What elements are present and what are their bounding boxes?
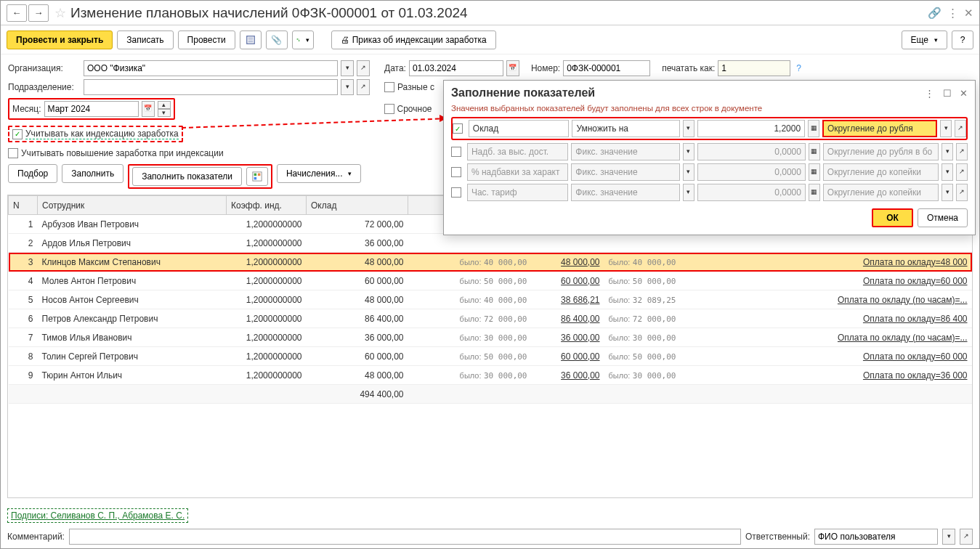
table-row[interactable]: 7Тимов Илья Иванович1,200000000036 000,0… <box>9 328 972 347</box>
round-dropdown: ▾ <box>941 184 953 201</box>
popup-metric-row: Час. тарифФикс. значение▾0,0000▦Округлен… <box>451 182 968 203</box>
write-button[interactable]: Записать <box>117 30 173 49</box>
org-open[interactable]: ↗ <box>357 60 370 76</box>
workflow-icon-button[interactable] <box>292 30 314 49</box>
metric-name: Оклад <box>469 120 570 137</box>
comment-input[interactable] <box>69 529 741 545</box>
diff-label: Разные с <box>397 82 434 92</box>
dept-open[interactable]: ↗ <box>357 79 370 95</box>
urgent-checkbox[interactable] <box>384 104 394 114</box>
popup-maximize-icon[interactable]: ☐ <box>943 88 952 99</box>
popup-metric-row: Надб. за выс. дост.Фикс. значение▾0,0000… <box>451 142 968 162</box>
back-button[interactable]: ← <box>7 4 27 22</box>
round-dropdown[interactable]: ▾ <box>940 120 952 137</box>
metric-checkbox[interactable]: ✓ <box>453 123 463 134</box>
dept-dropdown[interactable]: ▾ <box>341 79 354 95</box>
post-button[interactable]: Провести <box>178 30 235 49</box>
resp-input[interactable] <box>814 529 938 545</box>
metric-checkbox[interactable] <box>451 147 461 157</box>
link-icon[interactable]: 🔗 <box>928 7 941 20</box>
popup-cancel-button[interactable]: Отмена <box>918 208 968 227</box>
diff-checkbox[interactable] <box>384 82 394 92</box>
attach-icon-button[interactable]: 📎 <box>266 30 288 49</box>
metric-name: Надб. за выс. дост. <box>467 143 568 160</box>
round-open: ↗ <box>956 163 968 181</box>
index-check-label[interactable]: Учитывать как индексацию заработка <box>25 129 179 139</box>
svg-rect-5 <box>299 40 300 41</box>
date-input[interactable] <box>409 60 503 76</box>
report-icon-button[interactable] <box>240 30 262 49</box>
col-salary[interactable]: Оклад <box>307 196 408 215</box>
metric-checkbox[interactable] <box>451 187 461 198</box>
popup-menu-icon[interactable]: ⋮ <box>925 88 934 99</box>
pick-button[interactable]: Подбор <box>8 164 57 183</box>
org-label: Организация: <box>8 63 81 73</box>
resp-dropdown[interactable]: ▾ <box>942 529 955 545</box>
metric-value[interactable]: 1,2000 <box>697 120 805 137</box>
date-calendar[interactable]: 📅 <box>506 60 519 76</box>
metric-value: 0,0000 <box>697 143 806 160</box>
forward-button[interactable]: → <box>28 4 49 22</box>
fill-metrics-button[interactable]: Заполнить показатели <box>132 167 242 186</box>
month-calendar[interactable]: 📅 <box>142 101 155 117</box>
org-input[interactable] <box>84 60 338 76</box>
metric-round[interactable]: Округление до рубля <box>822 120 937 137</box>
action-dropdown[interactable]: ▾ <box>683 120 694 137</box>
col-coef[interactable]: Коэфф. инд. <box>227 196 307 215</box>
table-row[interactable]: 3Клинцов Максим Степанович1,200000000048… <box>9 253 972 272</box>
round-open: ↗ <box>956 143 968 160</box>
number-label: Номер: <box>531 63 560 73</box>
table-row[interactable]: 5Носов Антон Сергеевич1,200000000048 000… <box>9 290 972 309</box>
raise-check-label: Учитывать повышение заработка при индекс… <box>21 148 224 158</box>
index-checkbox[interactable]: ✓ <box>12 129 23 139</box>
value-calc: ▦ <box>809 184 820 201</box>
metric-round: Округление до копейки <box>823 163 939 181</box>
titlebar: ← → ☆ Изменение плановых начислений 0ФЗК… <box>1 1 979 25</box>
col-emp[interactable]: Сотрудник <box>38 196 227 215</box>
popup-metric-row: % надбавки за характФикс. значение▾0,000… <box>451 162 968 182</box>
print-input[interactable] <box>718 60 790 76</box>
month-input[interactable] <box>44 101 139 117</box>
order-button[interactable]: 🖨 Приказ об индексации заработка <box>331 30 496 49</box>
help-button[interactable]: ? <box>952 30 973 49</box>
col-n[interactable]: N <box>9 196 38 215</box>
more-button[interactable]: Еще <box>902 30 947 49</box>
value-calc: ▦ <box>809 163 820 181</box>
action-dropdown: ▾ <box>683 163 694 181</box>
number-input[interactable] <box>563 60 650 76</box>
round-dropdown: ▾ <box>941 163 953 181</box>
total-cell: 494 400,00 <box>307 385 408 404</box>
metric-round: Округление до копейки <box>823 184 939 201</box>
metric-value: 0,0000 <box>697 163 806 181</box>
month-up[interactable]: ▴ <box>158 101 171 109</box>
value-calc[interactable]: ▦ <box>808 120 819 137</box>
metric-action[interactable]: Умножить на <box>572 120 679 137</box>
menu-icon[interactable]: ⋮ <box>947 7 958 20</box>
round-open[interactable]: ↗ <box>955 120 966 137</box>
resp-open[interactable]: ↗ <box>960 529 973 545</box>
popup-ok-button[interactable]: ОК <box>872 208 913 227</box>
favorite-icon[interactable]: ☆ <box>54 5 66 21</box>
metric-round: Округление до рубля в бо <box>823 143 939 160</box>
fill-button[interactable]: Заполнить <box>62 164 123 183</box>
accruals-button[interactable]: Начисления... <box>277 164 362 183</box>
table-row[interactable]: 4Молев Антон Петрович1,200000000060 000,… <box>9 272 972 290</box>
table-row[interactable]: 6Петров Александр Петрович1,200000000086… <box>9 309 972 328</box>
table-row[interactable]: 2Ардов Илья Петрович1,200000000036 000,0… <box>9 234 972 253</box>
post-close-button[interactable]: Провести и закрыть <box>7 30 113 49</box>
month-down[interactable]: ▾ <box>158 109 171 117</box>
signatures-link[interactable]: Подписи: Селиванов С. П., Абрамова Е. С. <box>7 508 188 523</box>
raise-checkbox[interactable] <box>8 148 18 158</box>
print-help[interactable]: ? <box>796 63 801 73</box>
table-row[interactable]: 9Тюрин Антон Ильич1,200000000048 000,00б… <box>9 366 972 385</box>
metric-checkbox[interactable] <box>451 167 461 177</box>
table-row[interactable]: 8Толин Сергей Петрович1,200000000060 000… <box>9 347 972 366</box>
popup-close-icon[interactable]: ✕ <box>960 88 968 99</box>
resp-label: Ответственный: <box>745 532 810 542</box>
action-dropdown: ▾ <box>683 143 694 160</box>
toolbar: Провести и закрыть Записать Провести 📎 🖨… <box>1 25 979 54</box>
close-icon[interactable]: ✕ <box>964 7 973 20</box>
fill-metrics-icon-button[interactable] <box>246 167 268 186</box>
dept-input[interactable] <box>84 79 338 95</box>
org-dropdown[interactable]: ▾ <box>341 60 354 76</box>
